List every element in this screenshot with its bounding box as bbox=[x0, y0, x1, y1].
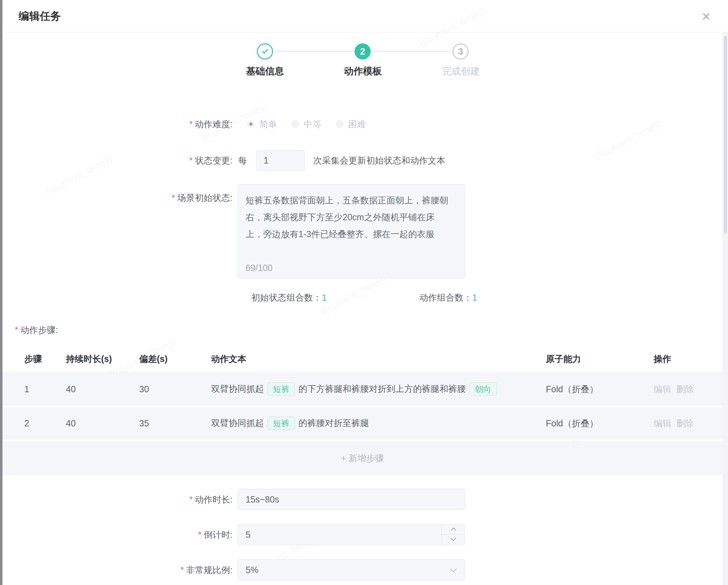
delete-button[interactable]: 删除 bbox=[676, 418, 694, 429]
required-asterisk: * bbox=[180, 565, 184, 575]
initial-state-text: 短裤五条数据背面朝上，五条数据正面朝上，裤腰朝右，离头部视野下方至少20cm之外… bbox=[246, 192, 451, 242]
state-change-count-input[interactable]: 1 bbox=[256, 150, 305, 171]
chevron-down-icon bbox=[451, 536, 456, 541]
step-2-label: 动作模板 bbox=[321, 65, 405, 78]
state-change-suffix: 次采集会更新初始状态和动作文本 bbox=[313, 155, 445, 166]
action-combo-value: 1 bbox=[472, 292, 477, 302]
char-counter: 69/100 bbox=[246, 263, 272, 273]
steps-table-header: 步骤 持续时长(s) 偏差(s) 动作文本 原子能力 操作 bbox=[2, 349, 722, 372]
cell-step: 2 bbox=[24, 418, 29, 429]
countdown-value: 5 bbox=[246, 530, 251, 540]
step-1-label: 基础信息 bbox=[223, 65, 307, 78]
duration-input[interactable]: 15s~80s bbox=[237, 489, 465, 510]
initial-combo-label: 初始状态组合数： bbox=[251, 292, 322, 302]
scrollbar-track[interactable] bbox=[722, 32, 728, 585]
cell-ability: Fold（折叠） bbox=[546, 383, 598, 395]
required-asterisk: * bbox=[189, 119, 193, 129]
stepper-connector bbox=[274, 51, 354, 52]
required-asterisk: * bbox=[198, 530, 202, 540]
cell-step: 1 bbox=[24, 384, 29, 394]
cell-action-text: 双臂协同抓起短裤的下方裤腿和裤腰对折到上方的裤腿和裤腰朝向 bbox=[211, 382, 500, 396]
radio-label: 中等 bbox=[304, 118, 321, 130]
col-action-text: 动作文本 bbox=[211, 353, 246, 365]
duration-label: *动作时长: bbox=[0, 494, 233, 505]
scrollbar-thumb[interactable] bbox=[724, 36, 727, 233]
delete-button[interactable]: 删除 bbox=[676, 383, 694, 395]
col-duration: 持续时长(s) bbox=[66, 353, 112, 365]
state-change-row: *状态变更: 每 1 次采集会更新初始状态和动作文本 bbox=[0, 150, 728, 171]
cell-ability: Fold（折叠） bbox=[546, 418, 598, 429]
table-row: 1 40 30 双臂协同抓起短裤的下方裤腿和裤腰对折到上方的裤腿和裤腰朝向 Fo… bbox=[2, 372, 722, 406]
unusual-ratio-label: *非常规比例: bbox=[0, 564, 233, 576]
edit-button[interactable]: 编辑 bbox=[654, 383, 671, 395]
initial-state-label: *场景初始状态: bbox=[0, 184, 233, 204]
unusual-ratio-row: *非常规比例: 5% bbox=[0, 559, 728, 580]
object-tag: 短裤 bbox=[267, 382, 295, 396]
orientation-tag: 朝向 bbox=[469, 382, 497, 396]
radio-difficulty-hard[interactable]: 困难 bbox=[336, 118, 366, 130]
initial-state-row: *场景初始状态: 短裤五条数据背面朝上，五条数据正面朝上，裤腰朝右，离头部视野下… bbox=[0, 184, 728, 278]
action-combo-count: 动作组合数：1 bbox=[419, 292, 477, 303]
page-title: 编辑任务 bbox=[19, 9, 61, 24]
duration-row: *动作时长: 15s~80s bbox=[0, 489, 728, 510]
radio-label: 困难 bbox=[348, 118, 366, 130]
required-asterisk: * bbox=[172, 193, 175, 203]
add-step-button[interactable]: + 新增步骤 bbox=[2, 441, 722, 475]
table-row: 2 40 35 双臂协同抓起短裤的裤腰对折至裤腿 Fold（折叠） 编辑 删除 bbox=[2, 407, 722, 440]
initial-combo-value: 1 bbox=[322, 292, 327, 302]
increase-button[interactable] bbox=[442, 524, 465, 535]
initial-state-textarea[interactable]: 短裤五条数据背面朝上，五条数据正面朝上，裤腰朝右，离头部视野下方至少20cm之外… bbox=[237, 184, 465, 278]
object-tag: 短裤 bbox=[267, 417, 295, 430]
radio-icon bbox=[292, 121, 299, 128]
action-combo-label: 动作组合数： bbox=[419, 292, 472, 302]
decrease-button[interactable] bbox=[442, 535, 465, 545]
action-steps-label: *动作步骤: bbox=[15, 324, 58, 336]
watermark-text: ((current_time)) bbox=[319, 272, 388, 317]
radio-icon bbox=[336, 121, 343, 128]
chevron-up-icon bbox=[451, 528, 456, 533]
step-3-indicator: 3 bbox=[452, 43, 469, 60]
radio-difficulty-easy[interactable]: 简单 bbox=[247, 118, 277, 130]
state-change-label: *状态变更: bbox=[0, 155, 233, 166]
close-icon[interactable]: × bbox=[697, 8, 715, 26]
cell-deviation: 30 bbox=[139, 384, 149, 394]
dialog-header: 编辑任务 bbox=[2, 0, 728, 32]
state-change-prefix: 每 bbox=[238, 155, 247, 166]
countdown-row: *倒计时: 5 bbox=[0, 524, 728, 545]
difficulty-row: *动作难度: 简单 中等 困难 bbox=[0, 113, 728, 135]
unusual-ratio-value: 5% bbox=[246, 565, 258, 575]
radio-selected-icon bbox=[247, 121, 254, 128]
step-2-indicator: 2 bbox=[354, 43, 371, 60]
required-asterisk: * bbox=[189, 155, 193, 165]
cell-action-text: 双臂协同抓起短裤的裤腰对折至裤腿 bbox=[211, 417, 369, 430]
check-icon bbox=[262, 47, 268, 54]
radio-difficulty-medium[interactable]: 中等 bbox=[292, 118, 321, 130]
radio-label: 简单 bbox=[259, 118, 277, 130]
edit-button[interactable]: 编辑 bbox=[654, 418, 671, 429]
chevron-down-icon bbox=[450, 566, 456, 572]
initial-combo-count: 初始状态组合数：1 bbox=[251, 292, 327, 303]
col-operations: 操作 bbox=[654, 353, 671, 365]
required-asterisk: * bbox=[15, 325, 18, 335]
stepper-connector bbox=[371, 51, 452, 52]
number-stepper bbox=[442, 524, 465, 545]
difficulty-label: *动作难度: bbox=[0, 118, 233, 130]
edit-task-dialog: ((current_time)) ((current_time)) ((curr… bbox=[0, 0, 728, 585]
step-1-indicator bbox=[257, 43, 273, 60]
cell-duration: 40 bbox=[66, 384, 76, 394]
cell-duration: 40 bbox=[66, 418, 76, 429]
countdown-label: *倒计时: bbox=[0, 529, 233, 541]
unusual-ratio-select[interactable]: 5% bbox=[237, 559, 465, 580]
required-asterisk: * bbox=[189, 494, 193, 504]
col-step: 步骤 bbox=[24, 353, 42, 365]
col-deviation: 偏差(s) bbox=[139, 353, 168, 365]
col-ability: 原子能力 bbox=[546, 353, 581, 365]
step-3-label: 完成创建 bbox=[419, 65, 503, 78]
countdown-input[interactable]: 5 bbox=[237, 524, 465, 545]
cell-deviation: 35 bbox=[139, 418, 149, 429]
